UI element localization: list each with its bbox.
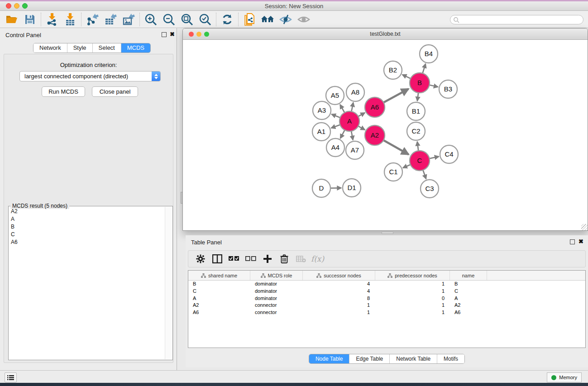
export-table-button[interactable] — [101, 12, 120, 27]
tab-node-table[interactable]: Node Table — [309, 354, 350, 363]
result-scrollbar[interactable] — [165, 207, 172, 359]
hide-selected-button[interactable] — [277, 12, 295, 27]
graph-node-A[interactable]: A — [339, 111, 359, 131]
eye-icon — [297, 14, 311, 25]
column-header-predecessor-nodes[interactable]: predecessor nodes — [375, 271, 450, 280]
toolbar-separator — [216, 13, 216, 26]
tab-select[interactable]: Select — [93, 43, 121, 52]
export-network-button[interactable] — [83, 12, 101, 27]
delete-column-button[interactable] — [276, 252, 292, 266]
graph-node-A4[interactable]: A4 — [326, 138, 344, 157]
column-header-successor-nodes[interactable]: successor nodes — [303, 271, 375, 280]
deselect-all-checkboxes-button[interactable] — [242, 252, 259, 266]
graph-node-C3[interactable]: C3 — [421, 180, 439, 198]
tab-network-table[interactable]: Network Table — [390, 354, 437, 363]
export-image-button[interactable] — [120, 12, 138, 27]
import-table-button[interactable] — [61, 12, 79, 27]
zoom-fit-button[interactable] — [178, 12, 196, 27]
table-row[interactable]: A6connector11A6 — [188, 309, 585, 316]
column-header-mcds-role[interactable]: MCDS role — [250, 271, 303, 280]
graph-node-B1[interactable]: B1 — [407, 102, 425, 120]
table-settings-button[interactable] — [192, 252, 209, 266]
add-column-button[interactable] — [259, 252, 276, 266]
zoom-out-button[interactable] — [160, 12, 178, 27]
graph-node-C4[interactable]: C4 — [440, 145, 458, 163]
show-task-history-button[interactable] — [5, 372, 17, 382]
mcds-result-list[interactable]: A2ABCA6 — [9, 207, 165, 360]
tab-network[interactable]: Network — [33, 43, 67, 52]
graph-node-A8[interactable]: A8 — [346, 83, 364, 101]
maximize-window-icon[interactable] — [22, 3, 28, 9]
result-list-item[interactable]: A — [9, 215, 165, 223]
network-window-titlebar[interactable]: testGlobe.txt — [183, 29, 588, 40]
graph-node-A6[interactable]: A6 — [365, 97, 385, 117]
result-list-item[interactable]: B — [9, 223, 165, 230]
select-all-checkboxes-button[interactable] — [225, 252, 242, 266]
result-list-item[interactable]: A6 — [9, 238, 165, 246]
table-row[interactable]: Adominator80A — [188, 295, 585, 302]
show-all-button[interactable] — [295, 12, 313, 27]
table-cell: A2 — [450, 302, 487, 309]
column-header-shared-name[interactable]: shared name — [188, 271, 250, 280]
home-first-neighbors-button[interactable] — [258, 12, 277, 27]
graph-node-D1[interactable]: D1 — [343, 179, 361, 197]
delete-table-button[interactable] — [292, 252, 309, 266]
zoom-selected-button[interactable] — [196, 12, 214, 27]
table-row[interactable]: A2connector11A2 — [188, 302, 585, 309]
run-mcds-button[interactable]: Run MCDS — [42, 86, 85, 97]
graph-node-A5[interactable]: A5 — [326, 86, 344, 105]
desktop-background-bottom — [0, 383, 588, 386]
graph-node-A7[interactable]: A7 — [346, 141, 364, 159]
graph-node-C2[interactable]: C2 — [407, 122, 425, 140]
result-list-item[interactable]: C — [9, 230, 165, 238]
graph-node-B2[interactable]: B2 — [384, 61, 402, 79]
new-network-from-selection-button[interactable] — [240, 12, 258, 27]
horizontal-splitter-handle[interactable] — [382, 232, 393, 234]
network-minimize-icon[interactable] — [196, 32, 201, 37]
open-file-button[interactable] — [3, 12, 21, 27]
graph-node-label: C1 — [389, 168, 397, 176]
close-panel-button[interactable]: Close panel — [92, 86, 138, 97]
zoom-selected-icon — [199, 13, 211, 26]
graph-node-B3[interactable]: B3 — [439, 80, 457, 98]
graph-node-B[interactable]: B — [410, 73, 430, 93]
refresh-view-button[interactable] — [218, 12, 236, 27]
graph-node-C1[interactable]: C1 — [384, 163, 402, 181]
table-float-panel-icon[interactable] — [570, 239, 575, 244]
memory-button[interactable]: Memory — [547, 372, 582, 382]
float-panel-icon[interactable] — [162, 32, 167, 37]
table-row[interactable]: Bdominator41B — [188, 281, 585, 288]
network-window: testGlobe.txt AA1A2A3A4A5A6A7A8BB1B2B3B4… — [182, 28, 588, 231]
optimization-criterion-dropdown[interactable]: largest connected component (directed) — [19, 71, 161, 81]
network-canvas[interactable]: AA1A2A3A4A5A6A7A8BB1B2B3B4CC1C2C3C4DD1 — [183, 40, 588, 230]
table-row[interactable]: Cdominator41C — [188, 288, 585, 295]
graph-node-A3[interactable]: A3 — [313, 101, 331, 119]
table-close-panel-icon[interactable]: ✖ — [578, 238, 583, 245]
close-panel-icon[interactable]: ✖ — [170, 31, 175, 38]
result-list-item[interactable]: A2 — [9, 207, 165, 215]
graph-node-B4[interactable]: B4 — [420, 45, 438, 63]
column-view-button[interactable] — [209, 252, 225, 266]
network-graph[interactable]: AA1A2A3A4A5A6A7A8BB1B2B3B4CC1C2C3C4DD1 — [183, 40, 588, 230]
graph-node-D[interactable]: D — [312, 179, 330, 197]
network-close-icon[interactable] — [189, 32, 194, 37]
network-maximize-icon[interactable] — [204, 32, 209, 37]
window-resize-grip[interactable] — [581, 224, 588, 230]
tab-edge-table[interactable]: Edge Table — [349, 354, 390, 363]
search-input[interactable] — [450, 15, 583, 24]
graph-node-C[interactable]: C — [410, 151, 430, 171]
tab-motifs[interactable]: Motifs — [437, 354, 464, 363]
zoom-in-button[interactable] — [142, 12, 160, 27]
columns-icon — [212, 254, 222, 263]
function-builder-button[interactable]: f(x) — [309, 252, 326, 266]
graph-node-label: A3 — [318, 106, 326, 114]
import-network-button[interactable] — [43, 12, 61, 27]
graph-node-A2[interactable]: A2 — [365, 125, 385, 145]
tab-style[interactable]: Style — [67, 43, 93, 52]
minimize-window-icon[interactable] — [14, 3, 19, 9]
save-session-button[interactable] — [21, 12, 39, 27]
close-window-icon[interactable] — [6, 3, 11, 9]
graph-node-A1[interactable]: A1 — [312, 123, 330, 141]
tab-mcds[interactable]: MCDS — [121, 43, 150, 52]
column-header-name[interactable]: name — [450, 271, 487, 280]
